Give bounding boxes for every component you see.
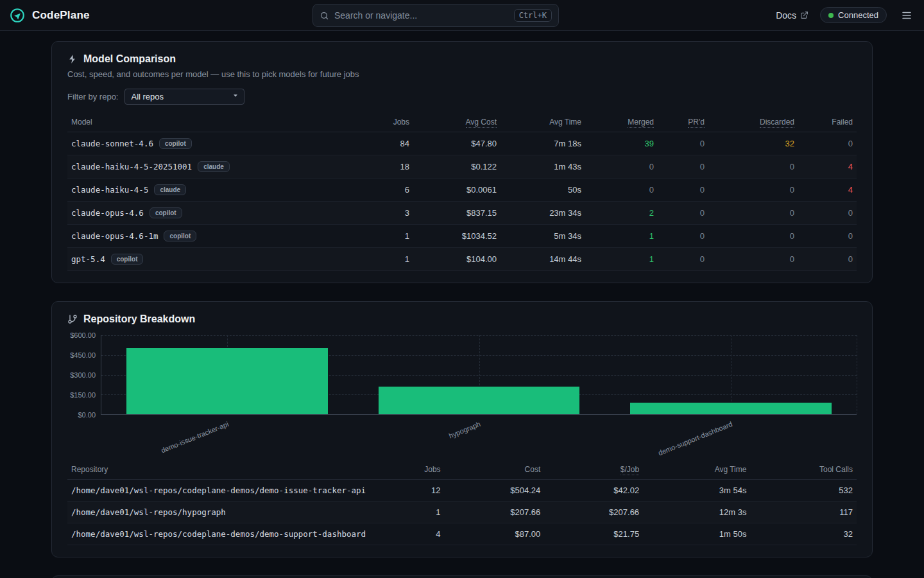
y-tick: $0.00: [78, 411, 96, 419]
col-prd: PR'd: [658, 112, 708, 132]
cell-avg-time: 5m 34s: [501, 225, 585, 248]
bar-demo-support-dashboard: [630, 403, 832, 414]
cell-avg-cost: $0.0061: [413, 179, 501, 202]
col-cost: Cost: [445, 460, 545, 480]
cell-failed: 0: [798, 248, 857, 271]
cell-avg-time: 50s: [501, 179, 585, 202]
cell-jobs: 12: [370, 480, 445, 502]
provider-badge: copilot: [111, 254, 144, 265]
codeplane-logo-icon: [9, 7, 26, 24]
cell-prd: 0: [658, 225, 708, 248]
docs-link-label: Docs: [776, 10, 796, 21]
cell-prd: 0: [658, 155, 708, 179]
col-avg-cost: Avg Cost: [413, 112, 501, 132]
cell-prd: 0: [658, 132, 708, 155]
col-per-job: $/Job: [544, 460, 643, 480]
recent-jobs-card[interactable]: Recent Jobs: [51, 575, 873, 578]
x-tick-label: demo-support-dashboard: [657, 420, 733, 457]
global-search-box[interactable]: Ctrl+K: [312, 4, 559, 27]
cell-jobs: 1: [341, 225, 413, 248]
col-jobs: Jobs: [370, 460, 445, 480]
cell-avg-time: 14m 44s: [501, 248, 585, 271]
connection-status-badge: Connected: [820, 7, 887, 23]
provider-badge: copilot: [164, 231, 196, 241]
cell-model: claude-haiku-4-5-20251001claude: [67, 155, 341, 179]
model-comparison-title: Model Comparison: [83, 53, 176, 65]
cell-avg-cost: $1034.52: [413, 225, 501, 248]
search-shortcut-badge: Ctrl+K: [514, 9, 552, 22]
y-tick: $300.00: [70, 371, 96, 379]
col-jobs: Jobs: [341, 112, 413, 132]
provider-badge: claude: [198, 161, 230, 172]
model-table-header-row: Model Jobs Avg Cost Avg Time Merged PR'd…: [67, 112, 857, 132]
cell-failed: 0: [798, 202, 857, 225]
cell-jobs: 1: [341, 248, 413, 271]
model-comparison-card: Model Comparison Cost, speed, and outcom…: [51, 41, 873, 283]
repo-table-row: /home/dave01/wsl-repos/hypograph 1 $207.…: [67, 502, 857, 523]
cell-discarded: 0: [708, 179, 798, 202]
cell-merged: 0: [585, 179, 658, 202]
cell-model: gpt-5.4copilot: [67, 248, 341, 271]
model-table-row: claude-opus-4.6-1mcopilot 1 $1034.52 5m …: [67, 225, 857, 248]
chart-y-axis: $600.00 $450.00 $300.00 $150.00 $0.00: [67, 335, 101, 415]
cell-repository: /home/dave01/wsl-repos/codeplane-demos/d…: [67, 480, 370, 502]
cell-prd: 0: [658, 202, 708, 225]
hamburger-menu-button[interactable]: [898, 7, 915, 24]
cell-tool-calls: 117: [750, 502, 857, 523]
x-tick-label: hypograph: [448, 420, 482, 440]
cell-per-job: $42.02: [544, 480, 643, 502]
col-avg-time: Avg Time: [501, 112, 585, 132]
y-tick: $150.00: [70, 391, 96, 399]
model-table-row: claude-opus-4.6copilot 3 $837.15 23m 34s…: [67, 202, 857, 225]
cell-avg-cost: $47.80: [413, 132, 501, 155]
brand-title: CodePlane: [32, 9, 90, 22]
repository-table: Repository Jobs Cost $/Job Avg Time Tool…: [67, 460, 857, 545]
cell-cost: $87.00: [445, 523, 545, 545]
cell-discarded: 0: [708, 225, 798, 248]
model-comparison-table: Model Jobs Avg Cost Avg Time Merged PR'd…: [67, 112, 857, 271]
cell-merged: 1: [585, 248, 658, 271]
cell-jobs: 6: [341, 179, 413, 202]
cell-merged: 0: [585, 155, 658, 179]
cell-repository: /home/dave01/wsl-repos/hypograph: [67, 502, 370, 523]
bar-demo-issue-tracker-api: [126, 348, 328, 414]
gridline: [857, 335, 857, 414]
model-comparison-subtitle: Cost, speed, and outcomes per model — us…: [67, 69, 857, 79]
cell-failed: 0: [798, 225, 857, 248]
cell-avg-time: 1m 50s: [643, 523, 750, 545]
lightning-icon: [67, 54, 78, 64]
cell-avg-time: 23m 34s: [501, 202, 585, 225]
cell-per-job: $21.75: [544, 523, 643, 545]
cell-model: claude-sonnet-4.6copilot: [67, 132, 341, 155]
brand-home-link[interactable]: CodePlane: [9, 7, 90, 24]
cell-failed: 0: [798, 132, 857, 155]
cell-jobs: 18: [341, 155, 413, 179]
cell-tool-calls: 32: [750, 523, 857, 545]
col-model: Model: [67, 112, 341, 132]
external-link-icon: [800, 11, 809, 19]
cell-merged: 1: [585, 225, 658, 248]
cell-discarded: 0: [708, 248, 798, 271]
cell-prd: 0: [658, 248, 708, 271]
col-repository: Repository: [67, 460, 370, 480]
cell-avg-cost: $104.00: [413, 248, 501, 271]
docs-link[interactable]: Docs: [776, 10, 809, 21]
y-tick: $450.00: [70, 351, 96, 359]
git-branch-icon: [67, 314, 78, 324]
status-dot: [828, 13, 834, 18]
cell-discarded: 0: [708, 155, 798, 179]
repository-breakdown-card: Repository Breakdown $600.00 $450.00 $30…: [51, 301, 873, 557]
search-input[interactable]: [334, 10, 509, 21]
cell-tool-calls: 532: [750, 480, 857, 502]
cell-avg-time: 12m 3s: [643, 502, 750, 523]
col-avg-time: Avg Time: [643, 460, 750, 480]
cell-cost: $504.24: [445, 480, 545, 502]
model-table-row: claude-haiku-4-5-20251001claude 18 $0.12…: [67, 155, 857, 179]
repo-filter-select[interactable]: All repos: [124, 89, 244, 105]
bar-hypograph: [379, 387, 580, 414]
status-label: Connected: [838, 10, 878, 20]
provider-badge: copilot: [150, 207, 182, 218]
chart-x-axis: demo-issue-tracker-api hypograph demo-su…: [101, 415, 857, 452]
col-failed: Failed: [798, 112, 857, 132]
cell-discarded: 0: [708, 202, 798, 225]
